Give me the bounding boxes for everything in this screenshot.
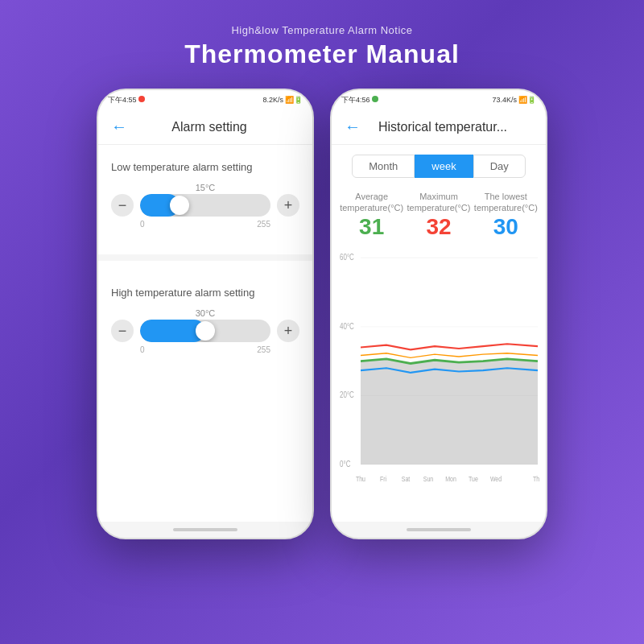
right-phone: 下午4:56 73.4K/s 📶🔋 ← Historical temperatu… <box>330 89 547 539</box>
low-alarm-value: 15°C <box>111 183 299 192</box>
svg-text:Fri: Fri <box>380 474 386 484</box>
right-back-button[interactable]: ← <box>345 118 361 136</box>
high-plus-btn[interactable]: + <box>277 320 299 342</box>
chart-svg: 60°C 40°C 20°C 0°C <box>338 246 539 522</box>
low-min: 0 <box>140 220 145 229</box>
svg-text:Mon: Mon <box>445 474 456 484</box>
right-status-bar: 下午4:56 73.4K/s 📶🔋 <box>332 90 546 109</box>
svg-marker-8 <box>361 358 538 464</box>
stat-max-label: Maximumtemperature(°C) <box>405 191 472 214</box>
svg-text:0°C: 0°C <box>340 458 350 469</box>
right-nav-bar: ← Historical temperatur... <box>332 109 546 145</box>
low-alarm-section: Low temperature alarm setting 15°C − + 0… <box>98 145 312 245</box>
stat-average: Averagetemperature(°C) 31 <box>338 191 405 240</box>
page-subtitle: High&low Temperature Alarm Notice <box>231 24 412 36</box>
stat-average-value: 31 <box>338 214 405 240</box>
stat-min-value: 30 <box>473 214 539 240</box>
left-home-bar <box>173 528 237 531</box>
left-status-right: 8.2K/s 📶🔋 <box>262 96 303 104</box>
high-alarm-label: High temperature alarm setting <box>111 287 299 299</box>
high-minus-btn[interactable]: − <box>111 320 134 342</box>
svg-text:Sat: Sat <box>402 474 411 484</box>
right-home-indicator <box>332 522 546 538</box>
right-nav-title: Historical temperatur... <box>369 120 517 134</box>
right-time: 下午4:56 <box>341 95 370 105</box>
low-slider-row: − + <box>111 194 299 217</box>
page-title: Thermometer Manual <box>184 39 460 69</box>
stat-max: Maximumtemperature(°C) 32 <box>405 191 472 240</box>
svg-text:60°C: 60°C <box>340 251 354 262</box>
left-network: 8.2K/s <box>262 96 283 104</box>
svg-text:Sun: Sun <box>423 474 434 484</box>
left-status-bar: 下午4:55 8.2K/s 📶🔋 <box>98 90 312 109</box>
svg-text:Tue: Tue <box>469 474 478 484</box>
high-alarm-value: 30°C <box>111 308 299 318</box>
svg-text:40°C: 40°C <box>340 320 354 331</box>
left-phone-content: Low temperature alarm setting 15°C − + 0… <box>98 145 312 522</box>
stat-max-value: 32 <box>405 214 472 240</box>
low-slider-track[interactable] <box>140 194 270 217</box>
low-max: 255 <box>257 220 270 229</box>
svg-text:Wed: Wed <box>490 474 502 484</box>
left-time: 下午4:55 <box>108 95 137 105</box>
svg-text:Thu: Thu <box>533 474 539 484</box>
tab-bar: Month week Day <box>332 145 546 184</box>
stats-row: Averagetemperature(°C) 31 Maximumtempera… <box>332 184 546 243</box>
left-back-button[interactable]: ← <box>111 118 127 136</box>
left-signal-icons: 📶🔋 <box>285 96 303 104</box>
svg-text:20°C: 20°C <box>340 389 354 399</box>
high-alarm-section: High temperature alarm setting 30°C − + … <box>98 270 312 370</box>
phones-container: 下午4:55 8.2K/s 📶🔋 ← Alarm setting Low tem… <box>97 89 547 539</box>
stat-average-label: Averagetemperature(°C) <box>338 191 405 214</box>
high-slider-row: − + <box>111 320 299 342</box>
left-nav-title: Alarm setting <box>135 120 283 134</box>
left-status-left: 下午4:55 <box>108 95 145 105</box>
left-nav-bar: ← Alarm setting <box>98 109 312 145</box>
right-status-left: 下午4:56 <box>341 95 378 105</box>
alarm-divider <box>98 254 312 261</box>
high-min: 0 <box>140 345 145 354</box>
left-phone: 下午4:55 8.2K/s 📶🔋 ← Alarm setting Low tem… <box>97 89 314 539</box>
low-slider-range: 0 255 <box>111 220 299 229</box>
high-slider-track[interactable] <box>140 320 270 342</box>
right-signal-icons: 📶🔋 <box>518 96 536 104</box>
stat-min: The lowesttemperature(°C) 30 <box>473 191 539 240</box>
high-slider-thumb[interactable] <box>196 321 215 341</box>
stat-min-label: The lowesttemperature(°C) <box>473 191 539 214</box>
right-status-dot <box>372 96 378 104</box>
high-slider-range: 0 255 <box>111 345 299 354</box>
right-home-bar <box>407 528 471 531</box>
right-status-right: 73.4K/s 📶🔋 <box>492 96 536 104</box>
low-alarm-label: Low temperature alarm setting <box>111 161 299 173</box>
left-status-dot <box>138 96 145 104</box>
chart-area: 60°C 40°C 20°C 0°C <box>332 243 546 522</box>
right-phone-content: Month week Day Averagetemperature(°C) 31… <box>332 145 546 522</box>
low-minus-btn[interactable]: − <box>111 194 134 217</box>
right-network: 73.4K/s <box>492 96 517 104</box>
tab-day[interactable]: Day <box>473 155 526 178</box>
high-max: 255 <box>257 345 270 354</box>
low-slider-thumb[interactable] <box>170 196 189 215</box>
tab-week[interactable]: week <box>415 155 473 178</box>
left-home-indicator <box>98 522 312 538</box>
low-plus-btn[interactable]: + <box>277 194 299 217</box>
svg-text:Thu: Thu <box>356 474 365 484</box>
tab-month[interactable]: Month <box>352 155 415 178</box>
